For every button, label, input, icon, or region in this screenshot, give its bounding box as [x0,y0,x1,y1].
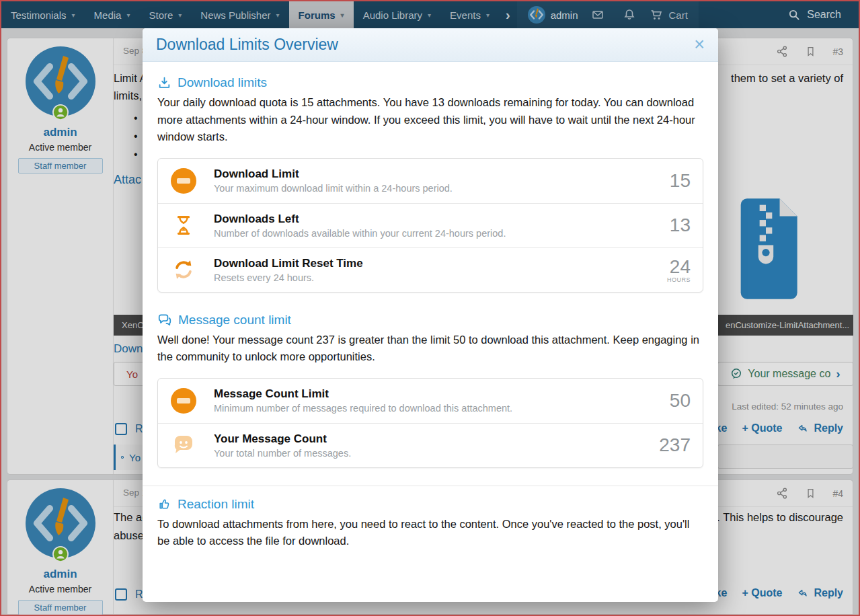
close-icon[interactable]: × [694,36,705,54]
limit-title: Your Message Count [214,432,659,446]
modal-header: Download Limits Overview × [143,28,718,62]
limit-value: 50 [670,390,691,412]
limit-desc: Your total number of messages. [214,448,659,459]
limit-value: 24 [667,256,691,278]
limit-row-your-message-count: Your Message Count Your total number of … [158,423,703,467]
limit-title: Message Count Limit [214,387,670,401]
limit-desc: Minimum number of messages required to d… [214,403,670,414]
limit-title: Download Limit [214,167,670,181]
download-limits-modal: Download Limits Overview × Download limi… [143,28,718,602]
section-body: Your daily download quota is 15 attachme… [157,94,703,146]
limit-unit: HOURS [667,276,691,283]
message-count-card: Message Count Limit Minimum number of me… [157,378,703,468]
download-icon [157,76,171,90]
limit-value: 237 [659,434,691,456]
section-body: Well done! Your message count 237 is gre… [157,332,703,366]
limit-desc: Your maximum download limit within a 24-… [214,183,670,194]
refresh-icon [170,256,197,283]
section-body: To download attachments from here, you n… [157,516,703,550]
no-entry-icon [170,167,197,194]
limit-title: Downloads Left [214,213,670,226]
section-heading-label: Message count limit [178,313,291,328]
limit-row-message-count-limit: Message Count Limit Minimum number of me… [158,379,703,423]
limit-value: 15 [670,170,691,192]
limit-value: 13 [670,215,691,236]
section-heading-download-limits: Download limits [157,75,703,90]
limit-row-reset-time: Download Limit Reset Time Resets every 2… [158,247,703,292]
section-heading-label: Reaction limit [178,497,254,512]
no-entry-icon [170,387,197,414]
hourglass-icon [170,212,197,239]
messages-icon [157,313,172,328]
section-heading-message-count: Message count limit [157,313,703,328]
section-divider [143,486,718,486]
section-heading-reaction-limit: Reaction limit [157,497,703,512]
limit-desc: Number of downloads available within you… [214,228,670,239]
smiley-bubble-icon [170,432,197,459]
thumb-outline-icon [157,497,171,511]
limit-title: Download Limit Reset Time [214,257,667,270]
download-limits-card: Download Limit Your maximum download lim… [157,158,703,293]
section-heading-label: Download limits [178,75,267,90]
limit-row-download-limit: Download Limit Your maximum download lim… [158,159,703,203]
limit-desc: Resets every 24 hours. [214,272,667,283]
modal-body: Download limits Your daily download quot… [143,62,718,550]
modal-title: Download Limits Overview [156,36,338,54]
limit-row-downloads-left: Downloads Left Number of downloads avail… [158,203,703,247]
